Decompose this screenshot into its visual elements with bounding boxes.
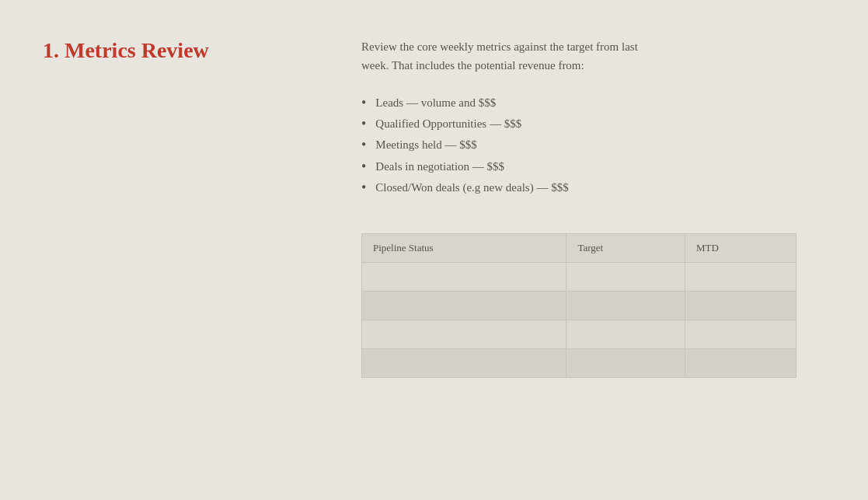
table-row xyxy=(362,262,797,291)
list-item: • Meetings held — $$$ xyxy=(361,135,821,155)
bullet-text: Meetings held — $$$ xyxy=(375,135,476,154)
bullet-dot: • xyxy=(361,178,366,198)
bullet-list: • Leads — volume and $$$ • Qualified Opp… xyxy=(361,93,821,199)
col-header-mtd: MTD xyxy=(685,233,796,262)
bullet-dot: • xyxy=(361,135,366,155)
intro-line2: week. That includes the potential revenu… xyxy=(361,59,584,72)
table-cell xyxy=(362,348,566,377)
list-item: • Closed/Won deals (e.g new deals) — $$$ xyxy=(361,178,821,198)
table-row xyxy=(362,291,797,320)
bullet-text: Qualified Opportunities — $$$ xyxy=(375,114,521,133)
table-cell xyxy=(685,320,796,348)
page-title: 1. Metrics Review xyxy=(43,37,268,64)
intro-line1: Review the core weekly metrics against t… xyxy=(361,40,638,53)
bullet-text: Leads — volume and $$$ xyxy=(375,93,496,112)
intro-text: Review the core weekly metrics against t… xyxy=(361,37,821,75)
table-cell xyxy=(362,262,566,291)
bullet-text: Deals in negotiation — $$$ xyxy=(375,157,504,176)
table-row xyxy=(362,320,797,348)
bullet-text: Closed/Won deals (e.g new deals) — $$$ xyxy=(375,178,568,197)
table-header-row: Pipeline Status Target MTD xyxy=(362,233,797,262)
table-section: Pipeline Status Target MTD xyxy=(361,233,821,378)
table-cell xyxy=(685,262,796,291)
page-container: 1. Metrics Review Review the core weekly… xyxy=(0,0,868,500)
list-item: • Qualified Opportunities — $$$ xyxy=(361,114,821,134)
table-cell xyxy=(685,348,796,377)
table-row xyxy=(362,348,797,377)
col-header-target: Target xyxy=(566,233,685,262)
list-item: • Deals in negotiation — $$$ xyxy=(361,157,821,177)
table-cell xyxy=(566,348,685,377)
metrics-table: Pipeline Status Target MTD xyxy=(361,233,797,378)
table-cell xyxy=(566,320,685,348)
table-cell xyxy=(362,291,566,320)
bullet-dot: • xyxy=(361,114,366,134)
table-cell xyxy=(362,320,566,348)
col-header-pipeline: Pipeline Status xyxy=(362,233,566,262)
table-cell xyxy=(566,291,685,320)
left-column: 1. Metrics Review xyxy=(43,37,268,463)
table-cell xyxy=(566,262,685,291)
bullet-dot: • xyxy=(361,93,366,113)
table-cell xyxy=(685,291,796,320)
right-column: Review the core weekly metrics against t… xyxy=(361,37,821,463)
list-item: • Leads — volume and $$$ xyxy=(361,93,821,113)
bullet-dot: • xyxy=(361,157,366,177)
